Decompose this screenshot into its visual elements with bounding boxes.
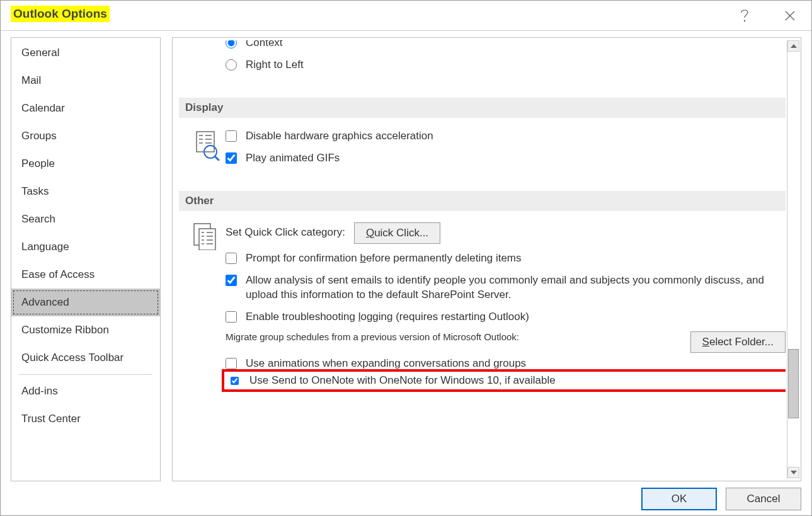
radio-right-to-left-input[interactable]: [226, 59, 237, 71]
direction-section-icon: [193, 40, 226, 80]
titlebar: Outlook Options: [1, 1, 811, 31]
help-icon: [740, 9, 749, 23]
checkbox-allow-analysis-label: Allow analysis of sent emails to identif…: [246, 273, 786, 302]
sidebar-item-language[interactable]: Language: [11, 233, 160, 261]
sidebar-item-ease-of-access[interactable]: Ease of Access: [11, 261, 160, 289]
scrollbar-up-button[interactable]: [787, 40, 799, 52]
checkbox-enable-logging-input[interactable]: [226, 311, 237, 323]
ok-button[interactable]: OK: [641, 488, 717, 510]
sidebar-item-groups[interactable]: Groups: [11, 122, 160, 150]
checkbox-play-gifs-input[interactable]: [226, 152, 237, 164]
scrollbar-down-button[interactable]: [787, 467, 799, 478]
svg-line-10: [215, 156, 219, 161]
radio-right-to-left[interactable]: Right to Left: [226, 58, 786, 72]
checkbox-use-animations-label: Use animations when expanding conversati…: [246, 357, 786, 369]
sidebar-item-calendar[interactable]: Calendar: [11, 95, 160, 122]
checkbox-use-animations[interactable]: Use animations when expanding conversati…: [226, 357, 786, 369]
svg-point-0: [744, 20, 745, 21]
dialog-body: General Mail Calendar Groups People Task…: [11, 37, 801, 481]
sidebar-item-general[interactable]: General: [11, 39, 160, 67]
svg-rect-12: [199, 229, 215, 250]
other-section-body: Set Quick Click category: Quick Click...…: [179, 211, 786, 393]
cancel-button[interactable]: Cancel: [726, 488, 801, 510]
checkbox-play-gifs-label: Play animated GIFs: [246, 151, 786, 166]
checkbox-prompt-confirmation[interactable]: Prompt for confirmation before permanent…: [226, 251, 786, 266]
radio-context[interactable]: Context: [226, 40, 786, 50]
dialog-title: Outlook Options: [11, 6, 110, 22]
close-icon: [784, 10, 796, 21]
sidebar-item-tasks[interactable]: Tasks: [11, 178, 160, 205]
content-panel: Left to Right Context Right to Left Dis: [172, 37, 801, 481]
titlebar-controls: [736, 7, 799, 25]
checkbox-play-gifs[interactable]: Play animated GIFs: [226, 151, 786, 166]
sidebar-item-mail[interactable]: Mail: [11, 67, 160, 95]
sidebar-item-people[interactable]: People: [11, 150, 160, 178]
select-folder-button[interactable]: Select Folder...: [690, 331, 786, 353]
checkbox-enable-logging[interactable]: Enable troubleshooting logging (requires…: [226, 310, 786, 324]
display-section-icon: [193, 129, 226, 173]
outlook-options-dialog: Outlook Options General Mail Calendar Gr…: [0, 0, 812, 516]
checkbox-disable-hardware-accel[interactable]: Disable hardware graphics acceleration: [226, 129, 786, 144]
highlighted-onenote-option: Use Send to OneNote with OneNote for Win…: [222, 369, 786, 392]
other-section-heading: Other: [179, 191, 786, 211]
checkbox-disable-hardware-accel-label: Disable hardware graphics acceleration: [246, 129, 786, 144]
checkbox-prompt-confirmation-input[interactable]: [226, 253, 237, 264]
category-sidebar: General Mail Calendar Groups People Task…: [11, 37, 161, 481]
help-button[interactable]: [736, 7, 753, 25]
content-scroll-area: Left to Right Context Right to Left Dis: [179, 40, 786, 478]
quick-click-label: Set Quick Click category:: [226, 226, 345, 240]
sidebar-item-trust-center[interactable]: Trust Center: [11, 405, 160, 433]
checkbox-use-onenote-label: Use Send to OneNote with OneNote for Win…: [249, 374, 556, 387]
list-page-icon: [193, 222, 220, 250]
other-section-icon: [193, 222, 226, 393]
sidebar-item-customize-ribbon[interactable]: Customize Ribbon: [11, 316, 160, 344]
checkbox-disable-hardware-accel-input[interactable]: [226, 130, 237, 142]
chevron-down-icon: [791, 471, 797, 474]
quick-click-button[interactable]: Quick Click...: [354, 222, 440, 244]
vertical-scrollbar[interactable]: [787, 40, 799, 478]
sidebar-item-quick-access-toolbar[interactable]: Quick Access Toolbar: [11, 344, 160, 372]
close-button[interactable]: [781, 7, 799, 25]
checkbox-use-onenote-input[interactable]: [231, 377, 239, 385]
scrollbar-thumb[interactable]: [788, 349, 799, 418]
display-icon: [193, 129, 220, 161]
checkbox-prompt-confirmation-label: Prompt for confirmation before permanent…: [246, 251, 786, 266]
dialog-footer: OK Cancel: [641, 488, 801, 510]
radio-context-input[interactable]: [226, 40, 237, 49]
checkbox-allow-analysis[interactable]: Allow analysis of sent emails to identif…: [226, 273, 786, 302]
checkbox-enable-logging-label: Enable troubleshooting logging (requires…: [246, 310, 786, 324]
chevron-up-icon: [791, 44, 797, 48]
quick-click-row: Set Quick Click category: Quick Click...: [226, 222, 786, 244]
display-section-body: Disable hardware graphics acceleration P…: [179, 118, 786, 173]
migrate-schedules-row: Migrate group schedules from a previous …: [226, 331, 786, 353]
migrate-schedules-label: Migrate group schedules from a previous …: [226, 331, 678, 342]
direction-section-body: Left to Right Context Right to Left: [179, 40, 786, 80]
display-section-heading: Display: [179, 98, 786, 118]
sidebar-separator: [19, 374, 152, 375]
checkbox-use-animations-input[interactable]: [226, 358, 237, 369]
sidebar-item-add-ins[interactable]: Add-ins: [11, 377, 160, 405]
sidebar-item-search[interactable]: Search: [11, 205, 160, 233]
radio-right-to-left-label: Right to Left: [246, 58, 786, 72]
radio-context-label: Context: [246, 40, 786, 50]
sidebar-item-advanced[interactable]: Advanced: [11, 289, 160, 316]
checkbox-allow-analysis-input[interactable]: [226, 275, 237, 286]
